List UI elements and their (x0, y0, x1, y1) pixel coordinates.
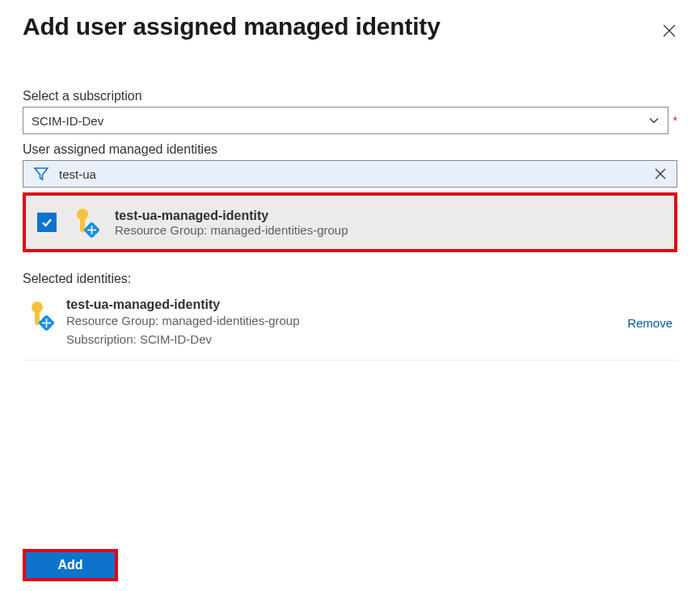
selected-identities-label: Selected identities: (23, 272, 677, 286)
identity-result-text: test-ua-managed-identity Resource Group:… (115, 209, 348, 237)
filter-icon-box (23, 161, 59, 187)
identity-name: test-ua-managed-identity (115, 209, 348, 223)
checkmark-icon (40, 216, 53, 229)
panel-footer: Add (23, 549, 118, 581)
filter-icon (33, 166, 49, 182)
identity-result-row[interactable]: test-ua-managed-identity Resource Group:… (26, 196, 674, 249)
selected-identity-row: test-ua-managed-identity Resource Group:… (24, 298, 677, 361)
chevron-down-icon (648, 115, 660, 126)
close-icon (655, 168, 666, 179)
managed-identity-icon (24, 299, 57, 331)
managed-identity-icon (70, 206, 102, 239)
identity-resource-group: Resource Group: managed-identities-group (115, 223, 348, 237)
selected-identity-resource-group: Resource Group: managed-identities-group (66, 312, 618, 331)
page-title: Add user assigned managed identity (23, 13, 441, 40)
svg-point-8 (32, 302, 43, 313)
panel-header: Add user assigned managed identity (23, 13, 677, 44)
identities-label: User assigned managed identities (23, 142, 677, 157)
selected-identity-text: test-ua-managed-identity Resource Group:… (66, 298, 618, 348)
selected-identity-name: test-ua-managed-identity (66, 298, 618, 312)
required-indicator: * (673, 115, 677, 126)
result-highlight: test-ua-managed-identity Resource Group:… (23, 192, 677, 252)
add-button-highlight: Add (23, 549, 118, 581)
selected-identity-subscription: Subscription: SCIM-ID-Dev (66, 331, 618, 349)
filter-row (23, 160, 677, 188)
subscription-field: Select a subscription SCIM-ID-Dev * (23, 89, 677, 134)
close-icon (663, 24, 676, 37)
identity-checkbox[interactable] (37, 213, 57, 232)
clear-filter-button[interactable] (644, 161, 677, 187)
subscription-select[interactable]: SCIM-ID-Dev (23, 107, 668, 134)
subscription-label: Select a subscription (23, 89, 677, 103)
svg-point-4 (77, 209, 88, 220)
identities-field: User assigned managed identities (23, 142, 677, 252)
close-button[interactable] (656, 18, 682, 44)
subscription-value: SCIM-ID-Dev (32, 114, 103, 128)
remove-link[interactable]: Remove (627, 316, 677, 330)
identities-filter-input[interactable] (59, 161, 644, 187)
add-button[interactable]: Add (26, 552, 115, 578)
